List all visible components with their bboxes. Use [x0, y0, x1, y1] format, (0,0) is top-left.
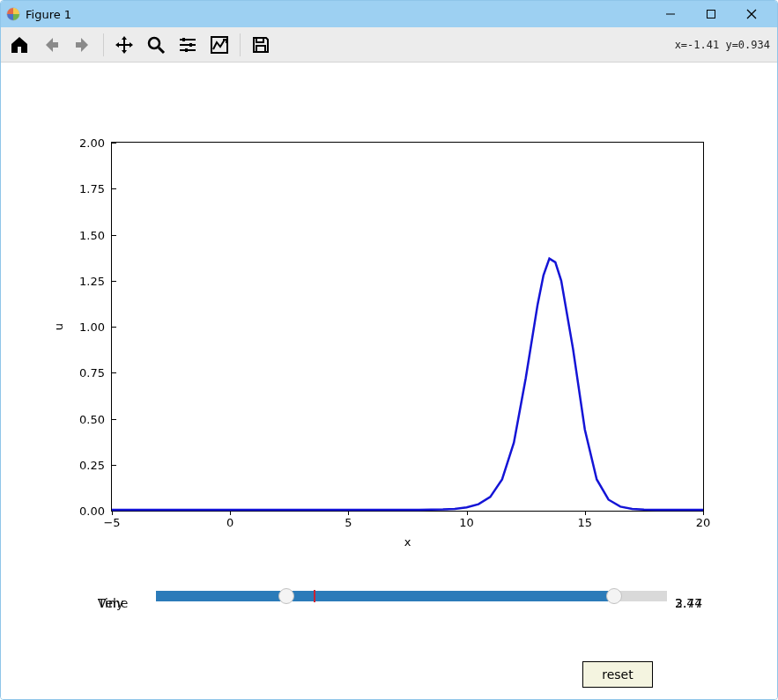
svg-line-6	[159, 48, 164, 53]
figure-canvas: 0.00 0.25 0.50 0.75 1.00 1.25 1.50 1.75 …	[1, 63, 777, 699]
zoom-icon[interactable]	[141, 30, 171, 60]
ytick-label: 1.25	[79, 274, 112, 287]
window-titlebar: Figure 1	[1, 1, 777, 27]
svg-rect-8	[182, 38, 185, 41]
y-axis-label: u	[52, 323, 65, 330]
slider-thumb-1[interactable]	[278, 588, 294, 604]
line-series	[112, 143, 703, 511]
svg-rect-14	[256, 38, 263, 42]
svg-point-5	[149, 38, 159, 48]
ytick-label: 0.50	[79, 412, 112, 425]
reset-button-label: reset	[602, 667, 633, 682]
ytick-label: 0.75	[79, 366, 112, 379]
pan-icon[interactable]	[109, 30, 139, 60]
slider-mark	[314, 590, 315, 602]
forward-icon[interactable]	[68, 30, 98, 60]
slider-fill	[156, 591, 614, 601]
minimize-button[interactable]	[650, 1, 691, 27]
maximize-button[interactable]	[691, 1, 731, 27]
close-button[interactable]	[731, 1, 772, 27]
svg-rect-12	[185, 48, 188, 52]
back-icon[interactable]	[36, 30, 66, 60]
slider-value-2: 2.47	[675, 596, 702, 610]
ytick-label: 1.50	[79, 228, 112, 241]
configure-icon[interactable]	[173, 30, 203, 60]
cursor-coords: x=-1.41 y=0.934	[675, 39, 774, 51]
svg-rect-10	[189, 43, 192, 47]
home-icon[interactable]	[4, 30, 34, 60]
plot-axes[interactable]: 0.00 0.25 0.50 0.75 1.00 1.25 1.50 1.75 …	[111, 142, 704, 512]
slider-track[interactable]	[156, 591, 667, 601]
app-icon	[6, 7, 20, 21]
ytick-label: 0.25	[79, 458, 112, 471]
toolbar: x=-1.41 y=0.934	[1, 27, 777, 63]
axes-icon[interactable]	[204, 30, 234, 60]
ytick-label: 1.00	[79, 321, 112, 334]
x-axis-label: x	[404, 535, 411, 549]
slider-label-vely: Vely	[98, 596, 123, 610]
svg-rect-2	[708, 11, 715, 18]
svg-rect-15	[256, 46, 265, 52]
reset-button[interactable]: reset	[582, 661, 653, 688]
ytick-label: 2.00	[79, 136, 112, 150]
slider-thumb-2[interactable]	[606, 588, 622, 604]
save-icon[interactable]	[246, 30, 276, 60]
window-title: Figure 1	[26, 8, 71, 21]
sliders: Time Vely 3.74 2.47	[98, 586, 715, 607]
ytick-label: 1.75	[79, 182, 112, 195]
